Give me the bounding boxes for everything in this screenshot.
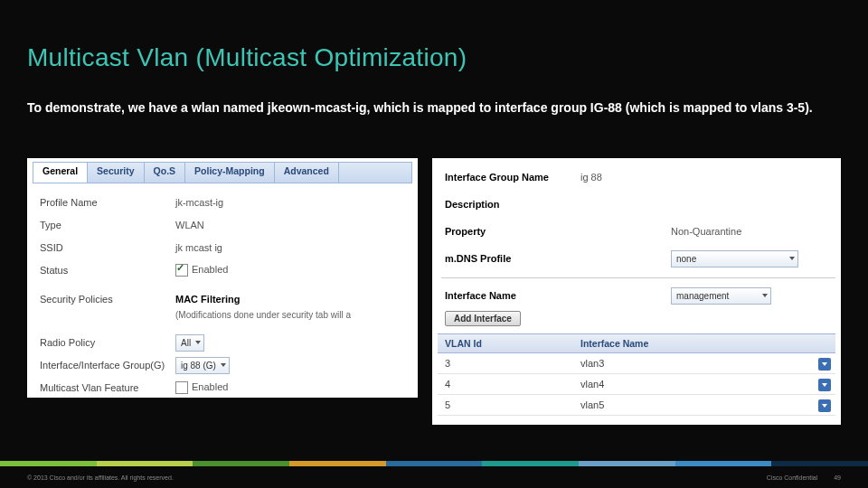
tab-advanced[interactable]: Advanced [275, 163, 339, 183]
ssid-value: jk mcast ig [175, 242, 222, 253]
copyright: © 2013 Cisco and/or its affiliates. All … [27, 474, 174, 481]
body-text: To demonstrate, we have a wlan named jke… [27, 99, 841, 117]
interface-table-header: VLAN Id Interface Name [438, 333, 835, 353]
tab-security[interactable]: Security [88, 163, 144, 183]
table-row: 5vlan5 [438, 395, 835, 416]
radio-policy-select[interactable]: All [175, 334, 204, 352]
th-vlan-id: VLAN Id [438, 338, 580, 349]
page-number: 49 [834, 474, 841, 481]
page-title: Multicast Vlan (Multicast Optimization) [27, 43, 467, 72]
security-policies-label: Security Policies [40, 294, 175, 305]
row-menu-icon[interactable] [818, 399, 831, 412]
profile-name-label: Profile Name [40, 197, 175, 208]
security-note: (Modifications done under security tab w… [175, 310, 409, 320]
tab-policy-mapping[interactable]: Policy-Mapping [185, 163, 275, 183]
status-text: Enabled [192, 264, 228, 275]
interface-name-select[interactable]: management [671, 287, 771, 305]
tab-general[interactable]: General [33, 163, 88, 183]
mdns-label: m.DNS Profile [445, 253, 580, 264]
wlan-general-panel: General Security Qo.S Policy-Mapping Adv… [27, 158, 418, 398]
status-label: Status [40, 265, 175, 276]
row-menu-icon[interactable] [818, 379, 831, 391]
table-row: 3vlan3 [438, 353, 835, 374]
type-value: WLAN [175, 220, 204, 230]
property-value: Non-Quarantine [671, 226, 741, 237]
multicast-vlan-checkbox[interactable] [175, 381, 188, 394]
add-interface-button[interactable]: Add Interface [445, 311, 521, 326]
type-label: Type [40, 220, 175, 230]
status-checkbox[interactable] [175, 264, 188, 277]
multicast-vlan-text: Enabled [192, 381, 228, 392]
description-label: Description [445, 199, 580, 210]
interface-group-panel: Interface Group Nameig 88 Description Pr… [432, 158, 841, 425]
mac-filtering-value: MAC Filtering [175, 294, 241, 305]
table-row: 4vlan4 [438, 374, 835, 395]
ssid-label: SSID [40, 242, 175, 253]
tab-bar: General Security Qo.S Policy-Mapping Adv… [33, 162, 412, 183]
interface-name-label: Interface Name [445, 290, 580, 301]
th-interface-name: Interface Name [580, 338, 835, 349]
row-menu-icon[interactable] [818, 358, 831, 371]
profile-name-value: jk-mcast-ig [175, 197, 223, 208]
ign-label: Interface Group Name [445, 172, 580, 183]
confidential-label: Cisco Confidential [767, 474, 817, 481]
property-label: Property [445, 226, 580, 237]
ign-value: ig 88 [580, 172, 602, 183]
interface-group-label: Interface/Interface Group(G) [40, 360, 175, 371]
radio-policy-label: Radio Policy [40, 337, 175, 348]
tab-qos[interactable]: Qo.S [145, 163, 186, 183]
footer: © 2013 Cisco and/or its affiliates. All … [0, 466, 868, 488]
multicast-vlan-label: Multicast Vlan Feature [40, 382, 175, 393]
mdns-select[interactable]: none [671, 250, 798, 267]
interface-group-select[interactable]: ig 88 (G) [175, 357, 230, 374]
